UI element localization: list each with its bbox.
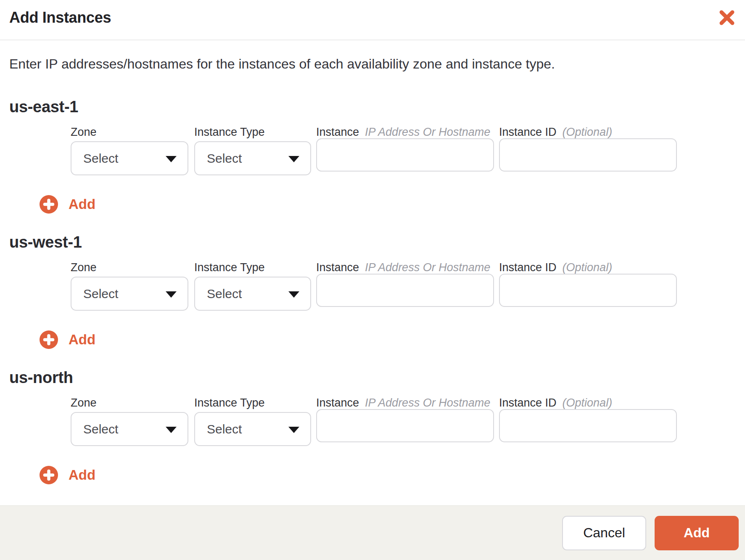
chevron-down-icon [288, 427, 299, 433]
zone-label-row: Zone [71, 260, 188, 275]
instance-type-label-row: Instance Type [194, 260, 311, 275]
instance-type-label: Instance Type [194, 396, 265, 410]
add-button[interactable]: Add [655, 516, 739, 550]
instance-label-row: Instance IP Address Or Hostname [316, 260, 494, 275]
instance-type-field: Instance Type Select [194, 260, 311, 311]
section-us-north: us-north Zone Select Instance Type [9, 368, 736, 484]
instance-type-label: Instance Type [194, 125, 265, 139]
zone-field: Zone Select [71, 396, 188, 446]
instance-type-select-value: Select [207, 422, 242, 436]
add-instance-row-button[interactable]: Add [40, 466, 95, 484]
instance-type-label-row: Instance Type [194, 125, 311, 139]
instance-type-select[interactable]: Select [194, 277, 311, 311]
fields-row: Zone Select Instance Type Select [71, 125, 736, 175]
zone-select-value: Select [83, 287, 118, 301]
instance-field: Instance IP Address Or Hostname [316, 125, 494, 172]
add-row-label: Add [69, 466, 95, 484]
add-row-label: Add [69, 330, 95, 349]
modal-description: Enter IP addresses/hostnames for the ins… [9, 55, 736, 72]
zone-label: Zone [71, 260, 97, 275]
instance-input[interactable] [316, 409, 494, 442]
modal-header: Add Instances [0, 0, 745, 40]
instance-type-select-value: Select [207, 287, 242, 301]
instance-id-label: Instance ID [499, 260, 557, 275]
zone-select[interactable]: Select [71, 141, 188, 175]
modal-body: Enter IP addresses/hostnames for the ins… [0, 40, 745, 505]
instance-id-input[interactable] [499, 409, 677, 442]
instance-hint: IP Address Or Hostname [365, 260, 490, 275]
plus-circle-icon [40, 195, 58, 214]
instance-label-row: Instance IP Address Or Hostname [316, 396, 494, 410]
instance-id-label-row: Instance ID (Optional) [499, 260, 677, 275]
cancel-button[interactable]: Cancel [562, 516, 646, 550]
instance-id-field: Instance ID (Optional) [499, 125, 677, 172]
modal-footer: Cancel Add [0, 505, 745, 560]
instance-field: Instance IP Address Or Hostname [316, 260, 494, 307]
instance-id-label-row: Instance ID (Optional) [499, 125, 677, 139]
instance-id-hint: (Optional) [563, 125, 613, 139]
instance-input[interactable] [316, 138, 494, 172]
section-heading: us-north [9, 368, 736, 387]
section-heading: us-west-1 [9, 233, 736, 251]
instance-type-label: Instance Type [194, 260, 265, 275]
zone-select[interactable]: Select [71, 277, 188, 311]
instance-label: Instance [316, 260, 359, 275]
instance-id-input[interactable] [499, 138, 677, 172]
section-us-west-1: us-west-1 Zone Select Instance Type [9, 233, 736, 349]
instance-label: Instance [316, 396, 359, 410]
chevron-down-icon [166, 291, 177, 298]
add-row-label: Add [69, 195, 95, 214]
instance-id-input[interactable] [499, 274, 677, 307]
instance-type-label-row: Instance Type [194, 396, 311, 410]
zone-field: Zone Select [71, 260, 188, 311]
instance-id-field: Instance ID (Optional) [499, 396, 677, 442]
plus-circle-icon [40, 466, 58, 484]
instance-id-hint: (Optional) [563, 260, 613, 275]
chevron-down-icon [166, 156, 177, 162]
instance-type-field: Instance Type Select [194, 125, 311, 175]
close-button[interactable] [719, 10, 735, 25]
chevron-down-icon [288, 291, 299, 298]
instance-field: Instance IP Address Or Hostname [316, 396, 494, 442]
instance-id-label: Instance ID [499, 396, 557, 410]
add-instance-row-button[interactable]: Add [40, 330, 95, 349]
plus-circle-icon [40, 330, 58, 349]
zone-label: Zone [71, 396, 97, 410]
instance-hint: IP Address Or Hostname [365, 125, 490, 139]
zone-label-row: Zone [71, 396, 188, 410]
instance-id-hint: (Optional) [563, 396, 613, 410]
add-instances-modal: Add Instances Enter IP addresses/hostnam… [0, 0, 745, 560]
zone-label-row: Zone [71, 125, 188, 139]
add-instance-row-button[interactable]: Add [40, 195, 95, 214]
instance-type-select[interactable]: Select [194, 412, 311, 446]
instance-type-select[interactable]: Select [194, 141, 311, 175]
x-icon [719, 10, 735, 25]
zone-field: Zone Select [71, 125, 188, 175]
instance-hint: IP Address Or Hostname [365, 396, 490, 410]
fields-row: Zone Select Instance Type Select [71, 396, 736, 446]
section-heading: us-east-1 [9, 98, 736, 116]
chevron-down-icon [166, 427, 177, 433]
section-us-east-1: us-east-1 Zone Select Instance Type [9, 98, 736, 214]
zone-select-value: Select [83, 422, 118, 436]
instance-type-select-value: Select [207, 151, 242, 166]
zone-label: Zone [71, 125, 97, 139]
instance-type-field: Instance Type Select [194, 396, 311, 446]
chevron-down-icon [288, 156, 299, 162]
instance-id-label-row: Instance ID (Optional) [499, 396, 677, 410]
instance-label: Instance [316, 125, 359, 139]
fields-row: Zone Select Instance Type Select [71, 260, 736, 311]
zone-select[interactable]: Select [71, 412, 188, 446]
instance-input[interactable] [316, 274, 494, 307]
instance-label-row: Instance IP Address Or Hostname [316, 125, 494, 139]
zone-select-value: Select [83, 151, 118, 166]
instance-id-field: Instance ID (Optional) [499, 260, 677, 307]
instance-id-label: Instance ID [499, 125, 557, 139]
modal-title: Add Instances [9, 8, 111, 27]
